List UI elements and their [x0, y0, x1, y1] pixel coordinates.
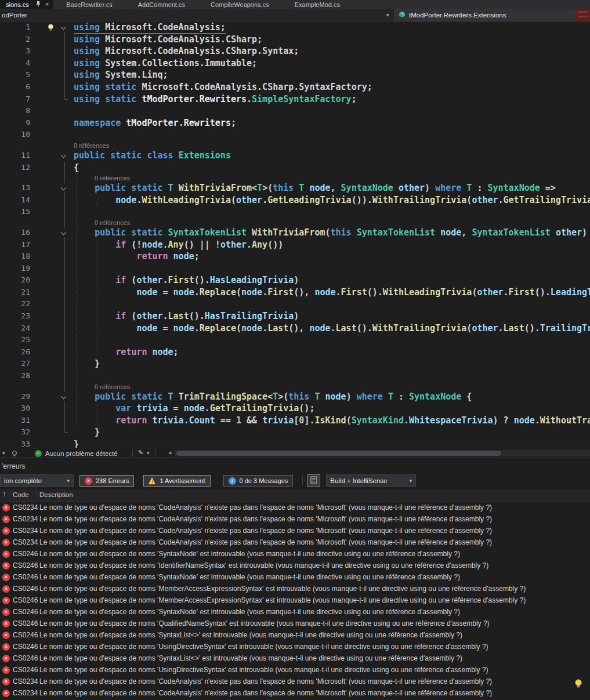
document-health-indicator[interactable]: ✓ Aucun problème détecté [35, 448, 118, 458]
error-row[interactable]: ×CS0246Le nom de type ou d'espace de nom… [0, 606, 590, 618]
code-line[interactable]: 31 return trivia.Count == 1 && trivia[0]… [0, 415, 590, 427]
error-row[interactable]: ×CS0234Le nom de type ou d'espace de nom… [0, 676, 590, 687]
error-row[interactable]: ×CS0234Le nom de type ou d'espace de nom… [0, 525, 590, 536]
close-icon[interactable]: × [45, 1, 49, 8]
code-line[interactable]: 3using Microsoft.CodeAnalysis.CSharp.Syn… [0, 45, 590, 57]
error-row[interactable]: ×CS0234Le nom de type ou d'espace de nom… [0, 687, 590, 699]
code-line[interactable]: 18 return node; [0, 251, 590, 263]
code-line[interactable]: 32 } [0, 426, 590, 438]
tab-ExampleMod.cs[interactable]: ExampleMod.cs [282, 0, 353, 9]
scroll-left-icon[interactable]: ◀ [168, 451, 171, 455]
column-header-description[interactable]: Description [39, 491, 73, 498]
code-line[interactable]: 33} [0, 438, 590, 448]
code-line[interactable]: 20 if (other.First().HasLeadingTrivia) [0, 274, 590, 286]
code-line[interactable]: 13 public static T WithTriviaFrom<T>(thi… [0, 182, 590, 194]
code-line[interactable]: 10 [0, 129, 590, 141]
error-description: Le nom de type ou d'espace de noms 'Memb… [39, 594, 574, 606]
details-button[interactable] [307, 474, 320, 487]
code-line[interactable]: 11public static class Extensions [0, 150, 590, 162]
code-text: if (!node.Any() || !other.Any()) [74, 239, 590, 251]
code-text: public static class Extensions [74, 150, 590, 162]
column-header-code[interactable]: Code [13, 491, 29, 498]
code-line[interactable]: 17 if (!node.Any() || !other.Any()) [0, 239, 590, 251]
line-number: 18 [0, 251, 30, 263]
code-line[interactable]: 1using Microsoft.CodeAnalysis; [0, 21, 590, 34]
symbol-dropdown[interactable]: tModPorter.Rewriters.Extensions [394, 9, 575, 21]
line-number: 29 [0, 391, 30, 403]
error-row[interactable]: ×CS0246Le nom de type ou d'espace de nom… [0, 652, 590, 664]
error-row[interactable]: ×CS0246Le nom de type ou d'espace de nom… [0, 548, 590, 560]
error-row[interactable]: ×CS0246Le nom de type ou d'espace de nom… [0, 641, 590, 652]
code-line[interactable]: 15 [0, 206, 590, 218]
code-line[interactable]: 4using System.Collections.Immutable; [0, 57, 590, 70]
error-row[interactable]: ×CS0234Le nom de type ou d'espace de nom… [0, 502, 590, 513]
code-text: public static SyntaxTokenList WithTrivia… [74, 227, 590, 239]
line-number: 2 [0, 34, 30, 46]
error-row[interactable]: ×CS0234Le nom de type ou d'espace de nom… [0, 513, 590, 525]
code-line[interactable]: 12{ [0, 162, 590, 174]
error-row[interactable]: ×CS0246Le nom de type ou d'espace de nom… [0, 664, 590, 676]
severity-column-icon[interactable]: ! [3, 491, 5, 498]
code-line[interactable]: 24 node = node.Replace(node.Last(), node… [0, 322, 590, 335]
code-line[interactable]: 6using static Microsoft.CodeAnalysis.CSh… [0, 81, 590, 93]
errors-filter-button[interactable]: × 238 Erreurs [79, 475, 134, 487]
tab-sions.cs[interactable]: sions.cs× [0, 0, 53, 9]
chevron-down-icon[interactable]: ▾ [2, 450, 5, 456]
horizontal-scrollbar[interactable] [175, 450, 590, 456]
error-row[interactable]: ×CS0234Le nom de type ou d'espace de nom… [0, 536, 590, 548]
code-line[interactable]: 8 [0, 105, 590, 117]
code-line[interactable]: 26 return node; [0, 346, 590, 358]
notification-lightbulb-icon[interactable] [573, 679, 584, 691]
code-line[interactable]: 27 } [0, 358, 590, 370]
code-editor[interactable]: 1using Microsoft.CodeAnalysis;2using Mic… [0, 21, 590, 448]
code-line[interactable]: 30 var trivia = node.GetTrailingTrivia()… [0, 402, 590, 415]
error-row[interactable]: ×CS0246Le nom de type ou d'espace de nom… [0, 571, 590, 583]
code-line[interactable]: 16 public static SyntaxTokenList WithTri… [0, 227, 590, 239]
source-dropdown[interactable]: Build + IntelliSense ▾ [326, 474, 416, 487]
code-line[interactable]: 28 [0, 370, 590, 382]
column-divider [37, 491, 37, 500]
error-row[interactable]: ×CS0246Le nom de type ou d'espace de nom… [0, 560, 590, 571]
error-row[interactable]: ×CS0246Le nom de type ou d'espace de nom… [0, 618, 590, 629]
project-dropdown[interactable]: odPorter [2, 9, 27, 21]
codelens-references[interactable]: 0 références [95, 219, 130, 226]
codelens-references[interactable]: 0 références [95, 175, 130, 182]
line-number: 28 [0, 370, 30, 382]
error-code: CS0234 [13, 513, 38, 525]
line-number: 21 [0, 286, 30, 299]
chevron-down-icon[interactable]: ▾ [147, 450, 150, 456]
codelens-references[interactable]: 0 références [95, 383, 130, 390]
tab-label: ExampleMod.cs [295, 1, 340, 8]
error-row[interactable]: ×CS0246Le nom de type ou d'espace de nom… [0, 594, 590, 606]
error-row[interactable]: ×CS0246Le nom de type ou d'espace de nom… [0, 629, 590, 641]
scrollbar-thumb[interactable] [176, 451, 501, 456]
error-code: CS0234 [13, 687, 38, 699]
error-code: CS0246 [13, 594, 38, 606]
codelens-references[interactable]: 0 références [74, 142, 109, 149]
warnings-filter-button[interactable]: ! 1 Avertissement [143, 475, 210, 487]
scope-filter-dropdown[interactable]: ion complète ▾ [0, 474, 74, 487]
pin-icon[interactable] [36, 1, 41, 8]
error-row[interactable]: ×CS0246Le nom de type ou d'espace de nom… [0, 583, 590, 594]
code-line[interactable]: 14 node.WithLeadingTrivia(other.GetLeadi… [0, 194, 590, 206]
error-code: CS0246 [13, 583, 38, 594]
tab-CompileWeapons.cs[interactable]: CompileWeapons.cs [198, 0, 282, 9]
code-line[interactable]: 22 [0, 298, 590, 310]
code-line[interactable]: 21 node = node.Replace(node.First(), nod… [0, 286, 590, 299]
tab-AddComment.cs[interactable]: AddComment.cs [125, 0, 198, 9]
code-line[interactable]: 2using Microsoft.CodeAnalysis.CSharp; [0, 34, 590, 46]
chevron-down-icon[interactable]: ▾ [386, 9, 389, 21]
code-line[interactable]: 23 if (other.Last().HasTrailingTrivia) [0, 310, 590, 322]
code-line[interactable]: 29 public static T TrimTrailingSpace<T>(… [0, 391, 590, 403]
code-line[interactable]: 9namespace tModPorter.Rewriters; [0, 117, 590, 129]
code-line[interactable]: 7using static tModPorter.Rewriters.Simpl… [0, 93, 590, 106]
code-line[interactable]: 19 [0, 263, 590, 275]
code-cleanup-pen-icon[interactable]: ✎ [138, 449, 143, 456]
messages-filter-button[interactable]: i 0 de 3 Messages [223, 475, 294, 487]
error-description: Le nom de type ou d'espace de noms 'Code… [39, 676, 574, 687]
error-description: Le nom de type ou d'espace de noms 'Usin… [39, 641, 574, 652]
tab-BaseRewriter.cs[interactable]: BaseRewriter.cs [53, 0, 125, 9]
quick-actions-lightbulb-icon[interactable] [46, 23, 55, 34]
code-line[interactable]: 25 [0, 334, 590, 346]
code-line[interactable]: 5using System.Linq; [0, 69, 590, 81]
